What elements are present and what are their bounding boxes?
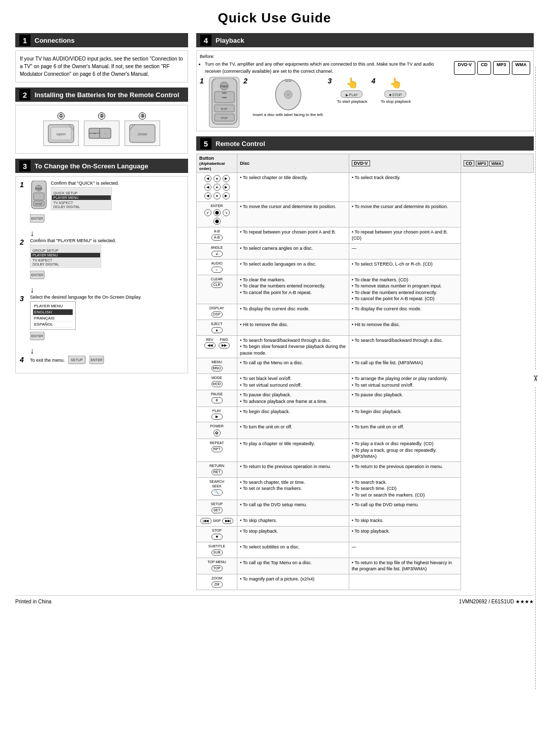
btn-cell-repeat: REPEAT RPT [197, 439, 237, 462]
btn-cell-numbers: ◀●▶ ◀●▶ ◀●▶ [197, 173, 237, 202]
dvd-cell-skip: • To skip chapters. [237, 516, 349, 527]
cd-cell-top-menu: • To return to the top file of the highe… [349, 558, 461, 574]
lang-step-1-text: Confirm that "QUICK" is selected. [51, 181, 119, 186]
lang-step-3-text: Select the desired language for the On-S… [30, 295, 141, 300]
table-row: MENU MNU • To call up the Menu on a disc… [197, 358, 534, 374]
menu-espanol: ESPAÑOL [33, 322, 73, 328]
section-1-label: Connections [35, 37, 75, 44]
svg-text:PLAYER MENU: PLAYER MENU [53, 196, 79, 199]
dvd-cell-enter: • To move the cursor and determine its p… [237, 202, 349, 227]
cd-cell-search: • To search track.• To search time. (CD)… [349, 477, 461, 500]
cd-cell-angle: — [349, 243, 461, 259]
cd-cell-ab: • To repeat between your chosen point A … [349, 227, 461, 243]
battery-step-1: ① open [43, 112, 79, 146]
footer-left: Printed in China [15, 599, 51, 604]
btn-cell-top-menu: TOP MENU TOP [197, 558, 237, 574]
battery-img-3: close [125, 121, 160, 146]
step4-desc: To stop playback [381, 99, 411, 104]
stop-hand: 👆 [389, 77, 402, 89]
language-menu: PLAYER MENU ENGLISH FRANÇAIS ESPAÑOL [30, 301, 141, 330]
menu-francais: FRANÇAIS [33, 315, 73, 322]
svg-text:DOLBY DIGITAL: DOLBY DIGITAL [33, 263, 59, 266]
table-row: RETURN RET • To return to the previous o… [197, 461, 534, 477]
btn-cell-audio: AUDIO ♪ [197, 259, 237, 275]
cd-cell-subtitle: — [349, 542, 461, 558]
svg-text:PWR: PWR [35, 187, 43, 190]
footer: Printed in China 1VMN20692 / E61S1UD ★★★… [15, 595, 534, 604]
cd-cell-pause: • To pause disc playback. [349, 390, 461, 406]
svg-text:-: - [105, 131, 106, 136]
dvd-cell-pause: • To pause disc playback.• To advance pl… [237, 390, 349, 406]
section-language: 3 To Change the On-Screen Language 1 [15, 159, 188, 373]
section-batteries: 2 Installing the Batteries for the Remot… [15, 88, 188, 154]
battery-step-3: ③ close [125, 112, 160, 146]
dvd-cell-clear: • To clear the markers.• To clear the nu… [237, 275, 349, 304]
cd-cell-eject: • Hit to remove the disc. [349, 319, 461, 335]
section-4-label: Playback [216, 37, 244, 44]
lang-step-1: 1 PWR [20, 181, 184, 225]
section-3-label: To Change the On-Screen Language [35, 162, 148, 170]
dvd-badge: DVD·V [454, 61, 475, 75]
table-row: SEARCH SEEK 🔍 • To search chapter, title… [197, 477, 534, 500]
remote-control-table: Button(Alphabetical order) Disc DVD·V CD… [196, 154, 534, 590]
cd-cell-stop: • To stop playback. [349, 527, 461, 542]
cd-cell-setup: • To call up the DVD setup menu. [349, 500, 461, 516]
section-2-number: 2 [19, 89, 30, 100]
playback-steps-row: 1 PWR ●●● ●●● [200, 77, 530, 128]
btn-cell-rev-fwd: REV ◀◀ FWD ▶▶ [197, 335, 237, 358]
table-row: ANGLE ∠ • To select camera angles on a d… [197, 243, 534, 259]
svg-text:ENTER: ENTER [90, 358, 103, 362]
cd-cell-return: • To return to the previous operation in… [349, 461, 461, 477]
section-playback: 4 Playback Before: Turn on the TV, ampli… [196, 33, 534, 131]
btn-cell-ab: A-B A-B [197, 227, 237, 243]
btn-cell-play: PLAY ▶ [197, 406, 237, 422]
play-step-1: 1 PWR ●●● ●●● [200, 77, 239, 128]
section-5-label: Remote Control [216, 140, 265, 148]
btn-cell-enter: ENTER ↙⬤↘ ⬤ [197, 202, 237, 227]
dvd-cell-audio: • To select audio languages on a disc. [237, 259, 349, 275]
table-row: TOP MENU TOP • To call up the Top Menu o… [197, 558, 534, 574]
cd-cell-play: • To begin disc playback. [349, 406, 461, 422]
cd-cell-skip: • To skip tracks. [349, 516, 461, 527]
section-connections: 1 Connections If your TV has AUDIO/VIDEO… [15, 33, 188, 82]
dvd-cell-stop: • To stop playback. [237, 527, 349, 542]
menu-english: ENGLISH [33, 309, 73, 315]
enter-button-2: ENTER [30, 271, 184, 280]
table-row: REPEAT RPT • To play a chapter or title … [197, 439, 534, 462]
col-cd: CD MP3 WMA [461, 154, 534, 173]
btn-cell-clear: CLEAR CLR [197, 275, 237, 304]
section-4-number: 4 [200, 35, 211, 46]
btn-cell-search: SEARCH SEEK 🔍 [197, 477, 237, 500]
connections-text: If your TV has AUDIO/VIDEO input jacks, … [20, 55, 184, 78]
dvd-cell-play: • To begin disc playback. [237, 406, 349, 422]
svg-text:ENTER: ENTER [31, 334, 43, 338]
menu-player: PLAYER MENU [33, 303, 73, 309]
btn-cell-return: RETURN RET [197, 461, 237, 477]
dvd-cell-top-menu: • To call up the Top Menu on a disc. [237, 558, 349, 574]
cd-cell-audio: • To select STEREO, L-ch or R-ch. (CD) [349, 259, 461, 275]
cd-cell-power: • To turn the unit on or off. [349, 422, 461, 439]
screen-display-1: QUICK SETUP PLAYER MENU TV ASPECT DOLBY … [51, 187, 119, 211]
cd-cell-zoom [349, 574, 461, 590]
dvd-cell-repeat: • To play a chapter or title repeatedly. [237, 439, 349, 462]
footer-right: 1VMN20692 / E61S1UD ★★★★ [459, 599, 534, 604]
battery-img-1: open [43, 121, 79, 146]
section-3-number: 3 [19, 160, 30, 171]
cut-line: ✂ [532, 0, 539, 756]
wma-badge: WMA [512, 61, 531, 75]
cd-cell-rev-fwd: • To search forward/backward through a d… [349, 335, 461, 358]
enter-button-1: ENTER [30, 214, 184, 223]
svg-text:■ STOP: ■ STOP [389, 93, 402, 97]
svg-text:ENTER: ENTER [31, 273, 43, 277]
step3-desc: To start playback [337, 99, 368, 104]
table-row: DISPLAY DSP • To display the current dis… [197, 304, 534, 319]
dvd-cell-search: • To search chapter, title or time.• To … [237, 477, 349, 500]
col-dvd: DVD·V [349, 154, 461, 173]
table-row: PAUSE ⏸ • To pause disc playback.• To ad… [197, 390, 534, 406]
step2-desc: Insert a disc with label facing to the l… [253, 112, 324, 117]
svg-text:open: open [56, 132, 66, 136]
table-row: MODE MOD • To set black level on/off.• T… [197, 374, 534, 390]
dvd-cell-subtitle: • To select subtitles on a disc. [237, 542, 349, 558]
dvd-cell-numbers: • To select chapter or title directly. [237, 173, 349, 202]
svg-text:●●●: ●●● [222, 91, 226, 94]
